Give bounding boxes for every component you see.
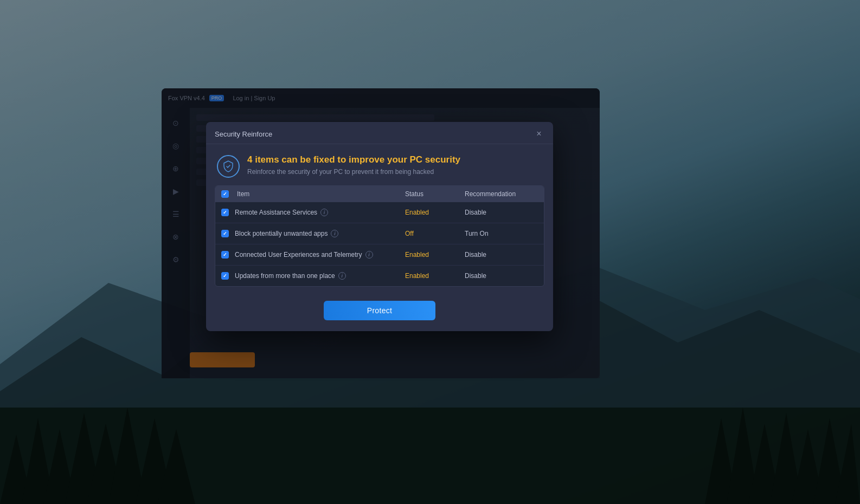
dialog-titlebar: Security Reinforce × [206,122,553,144]
headline-suffix: items can be fixed to improve your PC se… [255,154,460,165]
row1-name-text: Remote Assistance Services [235,209,317,216]
row1-rec-cell: Disable [463,209,544,216]
row3-recommendation: Disable [465,251,486,259]
row3-status-cell: Enabled [403,251,463,259]
security-reinforce-dialog: Security Reinforce × 4 items can be fixe… [206,122,553,331]
row4-status-cell: Enabled [403,272,463,280]
row2-status: Off [405,230,414,237]
header-checkbox[interactable]: ✓ [221,190,229,198]
table-header-row: ✓ Item Status Recommendation [215,186,544,202]
row2-checkbox[interactable]: ✓ [221,230,229,237]
row4-name-text: Updates from more than one place [235,272,335,280]
row1-status-cell: Enabled [403,209,463,216]
dialog-header: 4 items can be fixed to improve your PC … [206,144,553,185]
row4-status: Enabled [405,272,429,280]
row3-checkbox[interactable]: ✓ [221,251,229,259]
table-row: ✓ Block potentially unwanted apps i Off … [215,223,544,244]
row3-status: Enabled [405,251,429,259]
col-header-item: Item [235,190,403,198]
dialog-header-text: 4 items can be fixed to improve your PC … [247,154,460,176]
row3-info-icon[interactable]: i [365,251,373,259]
row1-status: Enabled [405,209,429,216]
row2-name-cell: Block potentially unwanted apps i [235,230,403,237]
row1-check-mark: ✓ [223,210,227,215]
row1-checkbox[interactable]: ✓ [221,209,229,216]
row4-info-icon[interactable]: i [338,272,346,280]
header-checkbox-cell[interactable]: ✓ [215,190,235,198]
row4-recommendation: Disable [465,272,486,280]
row4-rec-cell: Disable [463,272,544,280]
table-body: ✓ Remote Assistance Services i Enabled D… [215,202,544,286]
row3-checkbox-cell[interactable]: ✓ [215,251,235,259]
row2-check-mark: ✓ [223,231,227,236]
row2-status-cell: Off [403,230,463,237]
row3-check-mark: ✓ [223,252,227,257]
svg-line-19 [228,165,230,167]
dialog-headline: 4 items can be fixed to improve your PC … [247,154,460,166]
row4-check-mark: ✓ [223,273,227,279]
row2-rec-cell: Turn On [463,230,544,237]
row1-name-cell: Remote Assistance Services i [235,209,403,216]
header-check-mark: ✓ [223,191,227,197]
dialog-footer: Protect [206,293,553,331]
dialog-title: Security Reinforce [215,130,272,138]
row3-name-cell: Connected User Experiences and Telemetry… [235,251,403,259]
security-table: ✓ Item Status Recommendation ✓ Remote As… [215,185,544,287]
protect-button[interactable]: Protect [324,301,435,320]
row1-checkbox-cell[interactable]: ✓ [215,209,235,216]
dialog-close-button[interactable]: × [534,128,544,139]
col-header-recommendation: Recommendation [463,190,544,198]
table-row: ✓ Remote Assistance Services i Enabled D… [215,202,544,223]
row1-recommendation: Disable [465,209,486,216]
shield-icon-wrap [217,155,240,178]
table-row: ✓ Connected User Experiences and Telemet… [215,244,544,266]
row4-checkbox[interactable]: ✓ [221,272,229,280]
row2-name-text: Block potentially unwanted apps [235,230,328,237]
shield-icon [223,160,234,172]
row1-info-icon[interactable]: i [320,209,328,216]
row2-info-icon[interactable]: i [331,230,338,237]
row2-checkbox-cell[interactable]: ✓ [215,230,235,237]
col-header-status: Status [403,190,463,198]
headline-count: 4 [247,154,252,165]
row3-rec-cell: Disable [463,251,544,259]
table-row: ✓ Updates from more than one place i Ena… [215,266,544,286]
dialog-subtext: Reinforce the security of your PC to pre… [247,168,460,176]
row3-name-text: Connected User Experiences and Telemetry [235,251,362,259]
row2-recommendation: Turn On [465,230,489,237]
row4-checkbox-cell[interactable]: ✓ [215,272,235,280]
row4-name-cell: Updates from more than one place i [235,272,403,280]
